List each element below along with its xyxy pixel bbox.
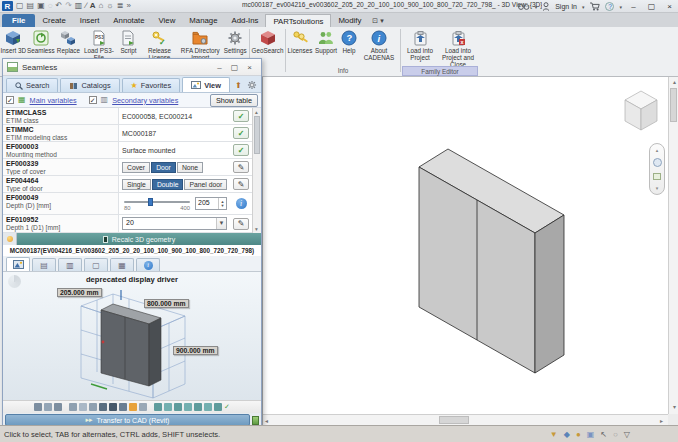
steering-wheel-icon[interactable] [653, 158, 662, 167]
maximize-button[interactable]: ▢ [645, 2, 658, 11]
tab-modify[interactable]: Modify [331, 14, 368, 27]
tab-manage[interactable]: Manage [182, 14, 224, 27]
preview-toolbar[interactable]: ✓ [3, 400, 261, 413]
save-icon[interactable]: ▣ [37, 1, 45, 11]
load-into-project-and-close-button[interactable]: x Load into Project and Close [438, 27, 478, 68]
option-door[interactable]: Door [151, 162, 176, 173]
zoom-out-icon[interactable] [79, 403, 87, 411]
licenses-button[interactable]: Licenses [287, 27, 313, 54]
view-cube[interactable] [615, 83, 667, 139]
cart-icon[interactable] [589, 2, 600, 11]
rotate-left-icon[interactable] [184, 403, 192, 411]
section-icon[interactable] [139, 403, 147, 411]
rotate-right-icon[interactable] [194, 403, 202, 411]
tab-preview-3d[interactable] [6, 257, 30, 271]
load-into-project-button[interactable]: Load into Project [402, 27, 438, 61]
help-icon[interactable]: ? [605, 2, 614, 11]
tab-dimensions[interactable]: ▥ [58, 258, 82, 271]
render-mode-active-icon[interactable] [129, 403, 137, 411]
release-license-button[interactable]: ✓ Release License [141, 27, 178, 61]
recalc-3d-geometry-button[interactable]: Recalc 3D geometry [17, 233, 261, 245]
horizontal-scrollbar[interactable]: ◂ ▸ [263, 414, 669, 425]
table-row-etimmc[interactable]: ETIMMCETIM modeling class MC000187 ✓ [3, 125, 252, 142]
search-icon[interactable] [518, 3, 530, 11]
design-options-icon[interactable]: ◆ [564, 430, 570, 439]
tab-file[interactable]: File [2, 14, 35, 27]
navigation-bar[interactable]: ▴ ▾ [649, 143, 665, 195]
navbar-expand-icon[interactable]: ▾ [656, 185, 659, 191]
about-cadenas-button[interactable]: i About CADENAS [359, 27, 399, 61]
table-scroll-down-icon[interactable]: ▾ [255, 226, 258, 232]
show-table-button[interactable]: Show table [210, 94, 258, 107]
editable-only-icon[interactable]: ● [576, 430, 581, 439]
main-variables-link[interactable]: Main variables [30, 96, 77, 105]
load-ps3-file-button[interactable]: PS3 Load PS3-File [82, 27, 116, 61]
accept-check-button[interactable]: ✓ [233, 110, 249, 122]
scroll-up-icon[interactable]: ▴ [673, 78, 676, 85]
support-button[interactable]: Support [313, 27, 339, 54]
zoom-in-icon[interactable] [69, 403, 77, 411]
view-top-icon[interactable] [54, 403, 62, 411]
tab-insert[interactable]: Insert [73, 14, 107, 27]
secondary-variables-checkbox[interactable]: ✓ [89, 96, 97, 104]
rotate-x-icon[interactable] [154, 403, 162, 411]
tab-view[interactable]: View [182, 77, 230, 92]
tab-document[interactable]: ▢ [84, 258, 108, 271]
depth-slider[interactable]: 80400 [122, 197, 192, 211]
scroll-right-icon[interactable]: ▸ [660, 417, 663, 424]
table-row-type-of-door[interactable]: EF004464Type of door Single Double Panel… [3, 176, 252, 193]
zoom-fit-icon[interactable] [89, 403, 97, 411]
rotate-y-icon[interactable] [164, 403, 172, 411]
view-front-icon[interactable] [34, 403, 42, 411]
table-scroll-up-icon[interactable]: ▴ [255, 109, 258, 115]
accept-check-button[interactable]: ✓ [233, 144, 249, 156]
open-icon[interactable]: ▤ [27, 1, 35, 11]
dropdown-arrow-icon[interactable]: ▼ [216, 218, 226, 229]
tab-annotate[interactable]: Annotate [106, 14, 151, 27]
tab-add-ins[interactable]: Add-Ins [225, 14, 266, 27]
geosearch-button[interactable]: GeoSearch [251, 27, 284, 54]
table-scrollbar[interactable]: ▴ ▾ [252, 108, 261, 233]
filter-icon[interactable]: ▽ [624, 430, 630, 439]
drawing-area[interactable]: ▴ ▾ ▴ ▾ ◂ ▸ [262, 77, 678, 425]
dialog-gear-icon[interactable] [247, 80, 257, 90]
edit-pencil-button[interactable]: ✎ [233, 161, 249, 173]
option-double[interactable]: Double [152, 179, 184, 190]
edit-pencil-button[interactable]: ✎ [233, 218, 249, 230]
tab-create[interactable]: Create [35, 14, 72, 27]
undo-icon[interactable]: ↶ [55, 1, 62, 11]
option-single[interactable]: Single [122, 179, 151, 190]
revit-logo-icon[interactable]: R [2, 1, 13, 11]
insert-3d-button[interactable]: Insert 3D [0, 27, 27, 54]
text-icon[interactable]: A [90, 1, 96, 11]
scroll-down-icon[interactable]: ▾ [673, 403, 676, 410]
horizontal-scroll-thumb[interactable] [439, 416, 469, 424]
print-icon[interactable]: ▥ [75, 1, 83, 11]
tab-table[interactable]: ▦ [110, 258, 134, 271]
minimize-button[interactable]: – [627, 2, 640, 11]
render-hidden-line-icon[interactable] [119, 403, 127, 411]
table-row-etimclass[interactable]: ETIMCLASSETIM class EC000058, EC000214 ✓ [3, 108, 252, 125]
depth-spinbox[interactable]: 205 ▲▼ [195, 197, 227, 210]
view-side-icon[interactable] [44, 403, 52, 411]
up-arrow-icon[interactable]: ⬆ [235, 81, 242, 90]
render-shaded-icon[interactable] [99, 403, 107, 411]
thin-lines-icon[interactable]: ≣ [117, 1, 124, 11]
depth1-dropdown[interactable]: 20 ▼ [122, 217, 227, 230]
help-button[interactable]: ? Help [339, 27, 359, 54]
apply-check-icon[interactable]: ✓ [224, 403, 230, 411]
options-button[interactable] [3, 233, 17, 245]
tab-view[interactable]: View [152, 14, 183, 27]
table-row-type-of-cover[interactable]: EF000339Type of cover Cover Door None ✎ [3, 159, 252, 176]
navbar-collapse-icon[interactable]: ▴ [656, 147, 659, 153]
tab-partsolutions[interactable]: PARTsolutions [265, 14, 331, 27]
option-cover[interactable]: Cover [122, 162, 150, 173]
tab-catalogs[interactable]: Catalogs [60, 78, 119, 92]
default-3d-view-icon[interactable]: ⌂ [99, 1, 104, 11]
secondary-variables-link[interactable]: Secondary variables [112, 96, 178, 105]
worksets-icon[interactable]: ▼ [550, 430, 558, 439]
cabinet-3d-model[interactable] [263, 77, 669, 414]
settings-button[interactable]: Settings [222, 27, 248, 54]
scroll-left-icon[interactable]: ◂ [265, 417, 268, 424]
tab-preview-2d[interactable]: ▤ [32, 258, 56, 271]
